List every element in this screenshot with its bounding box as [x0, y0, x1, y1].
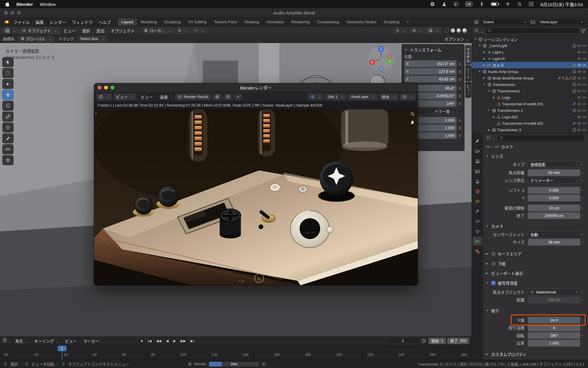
- image-datablock-selector[interactable]: Render Result: [175, 94, 211, 100]
- disclosure-icon[interactable]: ▼: [478, 44, 482, 47]
- hide-icon[interactable]: [577, 83, 581, 87]
- outliner-search-input[interactable]: [485, 28, 579, 34]
- tab-output[interactable]: [472, 157, 482, 166]
- hide-icon[interactable]: [577, 89, 581, 93]
- view-layer-selector[interactable]: ViewLayer ×: [537, 19, 586, 25]
- shading-rendered-icon[interactable]: [462, 28, 467, 33]
- menu-window[interactable]: ウィンドウ: [69, 18, 96, 26]
- menubar-clock[interactable]: 8月10日(水) 午後3:53: [541, 1, 583, 7]
- add-workspace-button[interactable]: +: [403, 18, 413, 26]
- tool-add-cube[interactable]: [2, 155, 14, 165]
- image-menu[interactable]: 画像: [157, 93, 171, 101]
- outliner-row-transformer-3[interactable]: ▶Transformer 3: [472, 127, 588, 133]
- row-label[interactable]: Transformer-FrontM.002: [502, 121, 543, 126]
- sidebar-tab-tool[interactable]: ツール: [465, 65, 471, 81]
- breadcrumb-label[interactable]: カメラ: [501, 144, 513, 150]
- marker-menu[interactable]: マーカー: [81, 337, 102, 345]
- workspace-tab-scripting[interactable]: Scripting: [380, 18, 403, 26]
- row-label[interactable]: Logo: [502, 95, 510, 100]
- checkbox-icon[interactable]: [572, 128, 576, 132]
- apple-menu-icon[interactable]: [5, 2, 9, 6]
- row-label[interactable]: Transformers 2: [497, 108, 523, 113]
- section-lens[interactable]: ▼レンズ: [486, 152, 584, 160]
- clip-start-field[interactable]: 10 cm: [528, 205, 580, 211]
- frame-end-field[interactable]: 終了250: [447, 338, 469, 344]
- outliner-row-audio-amp-group[interactable]: ▼Audio-Amp Group: [472, 68, 588, 75]
- row-label[interactable]: Light-L: [492, 50, 504, 54]
- transform-panel-title[interactable]: トランスフォーム: [410, 47, 441, 53]
- shading-material-icon[interactable]: [457, 28, 461, 33]
- lock-icon[interactable]: [458, 118, 462, 122]
- outliner-row-body-bool-screw-group[interactable]: ▶Body-Bool/Screw-Group84: [472, 75, 588, 81]
- pass-dropdown[interactable]: 統合: [379, 94, 398, 100]
- filter-icon[interactable]: [581, 29, 586, 33]
- render-visibility-icon[interactable]: [582, 122, 586, 125]
- sidebar-tab-view[interactable]: ビュー: [465, 82, 471, 98]
- tool-move[interactable]: [2, 90, 14, 100]
- panel-disclosure-icon[interactable]: ▼: [404, 48, 408, 51]
- shift-x-field[interactable]: 0.000: [528, 187, 580, 194]
- lock-icon[interactable]: [458, 126, 462, 130]
- jump-to-end-button[interactable]: ▶|: [188, 338, 196, 344]
- playback-menu[interactable]: 再生: [13, 337, 30, 345]
- disclosure-icon[interactable]: ▶: [482, 64, 486, 67]
- outliner-row-transformer1[interactable]: ▼Transformer1: [472, 88, 588, 94]
- workspace-tab-layout[interactable]: Layout: [118, 18, 137, 26]
- scene-name[interactable]: Scene: [483, 20, 494, 24]
- safe-areas-checkbox[interactable]: [491, 252, 496, 256]
- outliner-row-transformer-frontm-002[interactable]: Transformer-FrontM.002: [472, 120, 588, 127]
- row-label[interactable]: Transformer 3: [497, 128, 521, 132]
- lock-icon[interactable]: [458, 94, 462, 98]
- outliner-row-light-r[interactable]: ▶Light-R: [472, 55, 588, 62]
- timeline-ruler[interactable]: -40 -20 20 40 60 80 100 120 140 160 180 …: [0, 345, 472, 360]
- lock-icon[interactable]: [458, 102, 462, 105]
- tab-constraints[interactable]: [472, 227, 482, 236]
- outliner-row-transformer-frontm-001[interactable]: Transformer-FrontM.001: [472, 101, 588, 107]
- disclosure-icon[interactable]: ▼: [474, 38, 477, 41]
- render-visibility-icon[interactable]: [582, 57, 586, 61]
- editor-type-dropdown[interactable]: [2, 27, 19, 34]
- lens-unit-dropdown[interactable]: ミリメーター⌄: [528, 177, 580, 184]
- hide-icon[interactable]: [577, 122, 581, 125]
- unlink-image-button[interactable]: ×: [234, 94, 242, 100]
- lock-icon[interactable]: [458, 69, 462, 73]
- frame-start-field[interactable]: 開始1: [428, 338, 446, 344]
- tab-world[interactable]: [472, 187, 482, 196]
- disclosure-icon[interactable]: ▶: [482, 77, 486, 79]
- playhead[interactable]: 1: [58, 346, 66, 351]
- row-label[interactable]: Transformer1: [497, 89, 520, 93]
- lock-icon[interactable]: [458, 62, 462, 66]
- row-label[interactable]: Body-Bool/Screw-Group: [492, 76, 534, 80]
- row-label[interactable]: シーンコレクション: [484, 37, 518, 42]
- jump-to-start-button[interactable]: |◀: [146, 338, 153, 344]
- use-preview-range-icon[interactable]: [421, 339, 426, 343]
- lock-icon[interactable]: [458, 77, 462, 81]
- render-visibility-icon[interactable]: [582, 63, 586, 67]
- tool-rotate[interactable]: [2, 101, 14, 111]
- render-visibility-icon[interactable]: [582, 50, 586, 54]
- checkbox-icon[interactable]: [572, 76, 576, 80]
- outliner-row-transformers[interactable]: ▼Transformers: [472, 81, 588, 88]
- workspace-tab-modeling[interactable]: Modeling: [137, 18, 161, 26]
- spotlight-search-icon[interactable]: [517, 2, 522, 6]
- blender-logo-icon[interactable]: [4, 20, 9, 24]
- checkbox-icon[interactable]: [572, 109, 576, 112]
- outliner-row-transformers-2[interactable]: ▼Transformers 2: [472, 107, 588, 114]
- background-images-checkbox[interactable]: [491, 261, 496, 266]
- hide-icon[interactable]: [577, 50, 581, 54]
- clip-end-field[interactable]: 100000 cm: [528, 212, 580, 219]
- tab-modifiers[interactable]: [472, 207, 482, 216]
- close-window-button[interactable]: [98, 86, 101, 89]
- remove-view-layer-icon[interactable]: ×: [581, 20, 583, 24]
- unlink-scene-icon[interactable]: ×: [524, 20, 526, 24]
- gizmos-dropdown[interactable]: [308, 94, 323, 100]
- tool-annotate[interactable]: [2, 133, 14, 143]
- disclosure-icon[interactable]: ▶: [482, 51, 486, 54]
- disclosure-icon[interactable]: ▼: [487, 89, 491, 92]
- section-camera[interactable]: ▼カメラ: [486, 223, 584, 230]
- disclosure-icon[interactable]: ▶: [482, 57, 486, 60]
- row-label[interactable]: Logo.002: [502, 115, 518, 119]
- minimize-window-button[interactable]: [104, 86, 108, 89]
- disclosure-icon[interactable]: ▼: [487, 109, 491, 112]
- input-source-badge[interactable]: US: [465, 2, 472, 6]
